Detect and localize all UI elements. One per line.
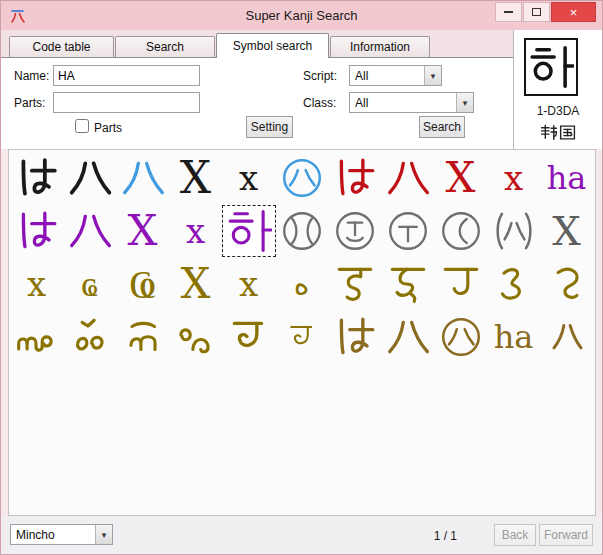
setting-button[interactable]: Setting (246, 116, 293, 138)
glyph (14, 208, 60, 254)
font-select-value: Mincho (11, 528, 95, 542)
region-kanji-korea (540, 124, 576, 141)
glyph-cell[interactable]: Х (116, 204, 169, 257)
glyph: Ҩ (129, 264, 156, 304)
glyph-cell[interactable]: ҩ (63, 257, 116, 310)
page-indicator: 1 / 1 (434, 529, 457, 543)
glyph-cell[interactable]: Х (169, 257, 222, 310)
chevron-down-icon: ▾ (424, 66, 441, 85)
class-select-value: All (350, 96, 456, 110)
glyph-cell[interactable] (328, 257, 381, 310)
tab-search[interactable]: Search (115, 36, 215, 57)
glyph: х (239, 267, 258, 301)
glyph (491, 261, 537, 307)
glyph-cell[interactable]: х (10, 257, 63, 310)
parts-checkbox[interactable] (75, 119, 89, 133)
glyph-cell[interactable] (275, 310, 328, 363)
glyph-cell[interactable]: Х (434, 151, 487, 204)
glyph-cell[interactable] (222, 310, 275, 363)
glyph (385, 261, 431, 307)
tab-information[interactable]: Information (330, 36, 430, 57)
glyph: Х (181, 263, 211, 305)
glyph-cell[interactable] (275, 204, 328, 257)
search-button[interactable]: Search (419, 116, 465, 138)
glyph (544, 314, 590, 360)
glyph: ه (294, 269, 310, 299)
glyph-cell[interactable]: ه (275, 257, 328, 310)
font-select[interactable]: Mincho ▾ (10, 524, 113, 545)
glyph: Х (446, 157, 476, 199)
glyph-cell[interactable] (63, 151, 116, 204)
glyph-cell[interactable] (381, 151, 434, 204)
minimize-button[interactable] (495, 2, 522, 22)
glyph (14, 155, 60, 201)
glyph-cell[interactable]: ha (487, 310, 540, 363)
name-input[interactable] (53, 65, 200, 86)
parts-checkbox-label: Parts (94, 121, 122, 135)
glyph-cell[interactable]: х (222, 151, 275, 204)
glyph-cell[interactable] (116, 151, 169, 204)
glyph-cell[interactable]: Х (169, 151, 222, 204)
script-select[interactable]: All ▾ (349, 65, 442, 86)
tab-symbol-search[interactable]: Symbol search (216, 33, 329, 58)
preview-glyph-box (524, 38, 578, 96)
glyph-cell[interactable] (328, 310, 381, 363)
forward-button[interactable]: Forward (539, 524, 593, 546)
glyph: х (186, 214, 205, 248)
glyph: Х (128, 210, 158, 252)
class-label: Class: (303, 96, 336, 110)
glyph-cell[interactable] (275, 151, 328, 204)
glyph (438, 261, 484, 307)
close-button[interactable]: × (551, 2, 596, 22)
class-select[interactable]: All ▾ (349, 92, 474, 113)
glyph (224, 207, 274, 255)
glyph (332, 208, 378, 254)
glyph (120, 314, 166, 360)
glyph: х (504, 161, 523, 195)
glyph-cell[interactable] (487, 204, 540, 257)
glyph-cell[interactable]: Ҩ (116, 257, 169, 310)
glyph-cell[interactable] (10, 204, 63, 257)
close-icon: × (570, 6, 578, 19)
glyph-cell[interactable] (328, 204, 381, 257)
glyph-cell[interactable]: Х (540, 204, 593, 257)
glyph-cell[interactable] (328, 151, 381, 204)
parts-input[interactable] (53, 92, 200, 113)
glyph: ҩ (82, 266, 98, 302)
glyph-grid: ХхХхhaХхХхҩҨХхهha (9, 150, 595, 363)
glyph: х (27, 267, 46, 301)
tab-code-table[interactable]: Code table (9, 36, 114, 57)
glyph-cell[interactable] (116, 310, 169, 363)
glyph-cell[interactable] (10, 310, 63, 363)
glyph-cell[interactable] (540, 310, 593, 363)
glyph (332, 155, 378, 201)
titlebar[interactable]: Super Kanji Search × (1, 1, 602, 30)
glyph-cell[interactable] (381, 310, 434, 363)
glyph-cell[interactable]: х (222, 257, 275, 310)
glyph-cell[interactable] (63, 310, 116, 363)
glyph (120, 155, 166, 201)
glyph-cell[interactable]: ha (540, 151, 593, 204)
glyph (385, 155, 431, 201)
glyph-cell[interactable]: х (169, 204, 222, 257)
glyph (385, 208, 431, 254)
glyph (14, 314, 60, 360)
chevron-down-icon: ▾ (95, 525, 112, 544)
glyph-cell[interactable] (63, 204, 116, 257)
glyph-cell[interactable] (381, 204, 434, 257)
glyph-cell[interactable] (487, 257, 540, 310)
glyph-cell[interactable] (434, 204, 487, 257)
glyph-cell[interactable] (434, 257, 487, 310)
back-button[interactable]: Back (494, 524, 536, 546)
glyph-cell[interactable] (222, 204, 275, 257)
glyph-cell[interactable]: х (487, 151, 540, 204)
glyph-cell[interactable] (434, 310, 487, 363)
maximize-button[interactable] (523, 2, 550, 22)
glyph: Х (180, 156, 211, 200)
glyph-cell[interactable] (540, 257, 593, 310)
glyph-cell[interactable] (381, 257, 434, 310)
glyph-cell[interactable] (169, 310, 222, 363)
minimize-icon (504, 11, 513, 13)
glyph-cell[interactable] (10, 151, 63, 204)
glyph (491, 208, 537, 254)
